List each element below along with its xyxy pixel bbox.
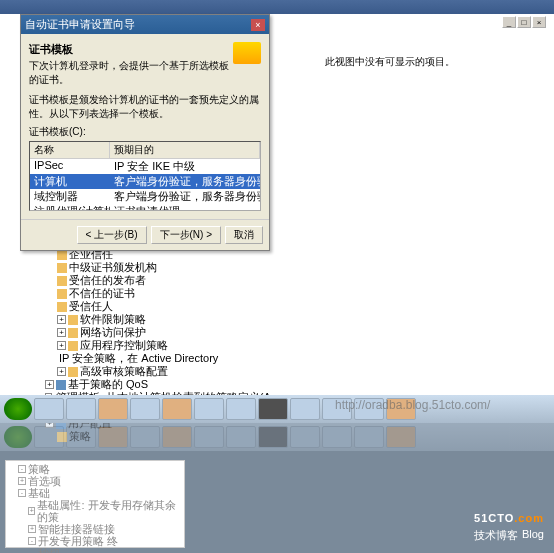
list-item[interactable]: 域控制器 客户端身份验证，服务器身份验证 [30, 189, 260, 204]
watermark-text: http://oradba.blog.51cto.com/ [335, 398, 490, 412]
tree-node[interactable]: +应用程序控制策略 [45, 339, 205, 352]
tree-node[interactable]: +软件限制策略 [45, 313, 205, 326]
taskbar-button[interactable] [98, 398, 128, 420]
tree-node[interactable]: +基础属性: 开发专用存储其余的策 [8, 499, 182, 523]
tree-node[interactable]: +高级审核策略配置 [45, 365, 205, 378]
tree-node[interactable]: -基础 [8, 487, 182, 499]
tree-node[interactable]: 秒切 [8, 547, 182, 553]
bottom-tree[interactable]: -策略 +首选项 -基础 +基础属性: 开发专用存储其余的策 +智能挂接器链接 … [5, 460, 185, 548]
taskbar-button[interactable] [162, 398, 192, 420]
template-listbox[interactable]: 名称 预期目的 IPSec IP 安全 IKE 中级 计算机 客户端身份验证，服… [29, 141, 261, 211]
taskbar-button[interactable] [258, 398, 288, 420]
list-label: 证书模板(C): [29, 125, 261, 139]
dialog-subheading: 下次计算机登录时，会提供一个基于所选模板的证书。 [29, 59, 233, 87]
taskbar-button[interactable] [66, 398, 96, 420]
tree-node[interactable]: +基于策略的 QoS [45, 378, 205, 391]
next-button[interactable]: 下一步(N) > [151, 226, 222, 244]
main-titlebar [0, 0, 554, 14]
dialog-heading: 证书模板 [29, 42, 233, 57]
tree-node[interactable]: +首选项 [8, 475, 182, 487]
taskbar-button[interactable] [130, 398, 160, 420]
dialog-close-icon[interactable]: × [251, 19, 265, 31]
minimize-button[interactable]: _ [502, 16, 516, 28]
dialog-description: 证书模板是颁发给计算机的证书的一套预先定义的属性。从以下列表选择一个模板。 [29, 93, 261, 121]
tree-node[interactable]: 受信任的发布者 [45, 274, 205, 287]
taskbar-button[interactable] [194, 398, 224, 420]
tree-node[interactable]: +网络访问保护 [45, 326, 205, 339]
tree-node[interactable]: 中级证书颁发机构 [45, 261, 205, 274]
cert-wizard-dialog: 自动证书申请设置向导 × 证书模板 下次计算机登录时，会提供一个基于所选模板的证… [20, 14, 270, 251]
taskbar-button[interactable] [226, 398, 256, 420]
tree-node[interactable]: IP 安全策略，在 Active Directory [45, 352, 205, 365]
back-button[interactable]: < 上一步(B) [77, 226, 147, 244]
certificate-icon [233, 42, 261, 64]
list-item[interactable]: 计算机 客户端身份验证，服务器身份验证 [30, 174, 260, 189]
taskbar-button[interactable] [290, 398, 320, 420]
list-item[interactable]: 注册代理(计算机) 证书申请代理 [30, 204, 260, 211]
tree-node[interactable]: -开发专用策略 终 [8, 535, 182, 547]
close-button[interactable]: × [532, 16, 546, 28]
empty-view-message: 此视图中没有可显示的项目。 [325, 55, 455, 69]
maximize-button[interactable]: □ [517, 16, 531, 28]
tree-node[interactable]: 受信任人 [45, 300, 205, 313]
site-logo: 51CTO.com 技术博客Blog [474, 502, 544, 543]
start-button[interactable] [4, 398, 32, 420]
tree-node[interactable]: -策略 [8, 463, 182, 475]
tree-node[interactable]: 不信任的证书 [45, 287, 205, 300]
column-purpose[interactable]: 预期目的 [110, 142, 260, 158]
cancel-button[interactable]: 取消 [225, 226, 263, 244]
column-name[interactable]: 名称 [30, 142, 110, 158]
tree-node[interactable]: +智能挂接器链接 [8, 523, 182, 535]
list-item[interactable]: IPSec IP 安全 IKE 中级 [30, 159, 260, 174]
taskbar-button[interactable] [34, 398, 64, 420]
dialog-title: 自动证书申请设置向导 [25, 17, 135, 32]
